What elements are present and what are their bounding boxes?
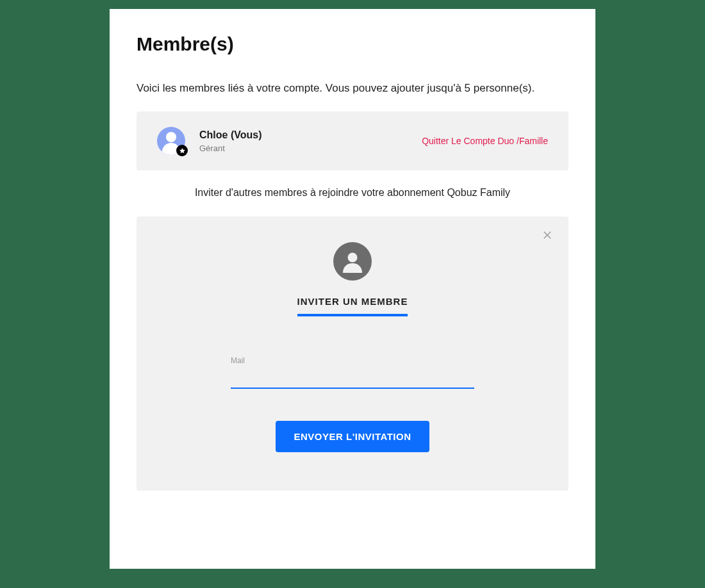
invite-text: Inviter d'autres membres à rejoindre vot… <box>137 187 568 199</box>
star-badge-icon <box>176 145 188 156</box>
member-info: Chloe (Vous) Gérant <box>199 129 422 153</box>
svg-point-3 <box>348 253 358 263</box>
leave-account-link[interactable]: Quitter Le Compte Duo /Famille <box>422 136 548 146</box>
close-button[interactable] <box>540 228 554 242</box>
members-panel: Membre(s) Voici les membres liés à votre… <box>110 9 595 569</box>
close-icon <box>542 229 553 241</box>
page-title: Membre(s) <box>137 33 568 55</box>
email-label: Mail <box>231 356 474 365</box>
invite-panel: INVITER UN MEMBRE Mail ENVOYER L'INVITAT… <box>137 216 568 491</box>
member-card: Chloe (Vous) Gérant Quitter Le Compte Du… <box>137 111 568 170</box>
email-input[interactable] <box>231 368 474 389</box>
member-name: Chloe (Vous) <box>199 129 422 141</box>
tab-label: INVITER UN MEMBRE <box>297 296 408 307</box>
tab-invite-member[interactable]: INVITER UN MEMBRE <box>297 296 408 316</box>
svg-point-0 <box>166 132 176 142</box>
send-invitation-button[interactable]: ENVOYER L'INVITATION <box>276 421 429 452</box>
intro-text: Voici les membres liés à votre compte. V… <box>137 82 568 95</box>
member-role: Gérant <box>199 143 422 153</box>
invite-avatar-icon <box>333 242 372 281</box>
invite-form: Mail ENVOYER L'INVITATION <box>231 356 474 452</box>
member-avatar <box>157 127 185 155</box>
